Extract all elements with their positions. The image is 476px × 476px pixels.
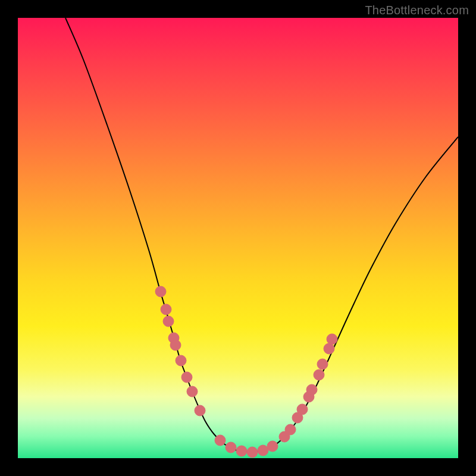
data-point bbox=[236, 446, 247, 456]
data-point bbox=[317, 359, 328, 369]
data-point bbox=[327, 334, 337, 345]
data-point bbox=[161, 304, 171, 315]
data-point bbox=[181, 372, 192, 383]
data-point bbox=[226, 442, 236, 453]
data-point bbox=[187, 386, 198, 397]
v-curve bbox=[65, 18, 458, 452]
gradient-plot-area bbox=[18, 18, 458, 458]
data-point bbox=[247, 447, 258, 458]
data-point bbox=[267, 441, 278, 452]
data-point bbox=[215, 435, 226, 446]
data-point bbox=[176, 355, 186, 366]
data-point bbox=[170, 340, 181, 350]
watermark-text: TheBottleneck.com bbox=[365, 4, 469, 17]
data-point bbox=[314, 369, 324, 380]
data-point bbox=[155, 286, 166, 297]
data-point bbox=[306, 384, 317, 395]
outer-frame: TheBottleneck.com bbox=[0, 0, 476, 476]
scatter-dots bbox=[155, 286, 337, 458]
data-point bbox=[258, 445, 268, 456]
data-point bbox=[324, 343, 334, 354]
data-point bbox=[297, 404, 308, 415]
data-point bbox=[195, 405, 205, 416]
data-point bbox=[163, 316, 174, 327]
chart-overlay bbox=[18, 18, 458, 458]
data-point bbox=[285, 424, 296, 435]
